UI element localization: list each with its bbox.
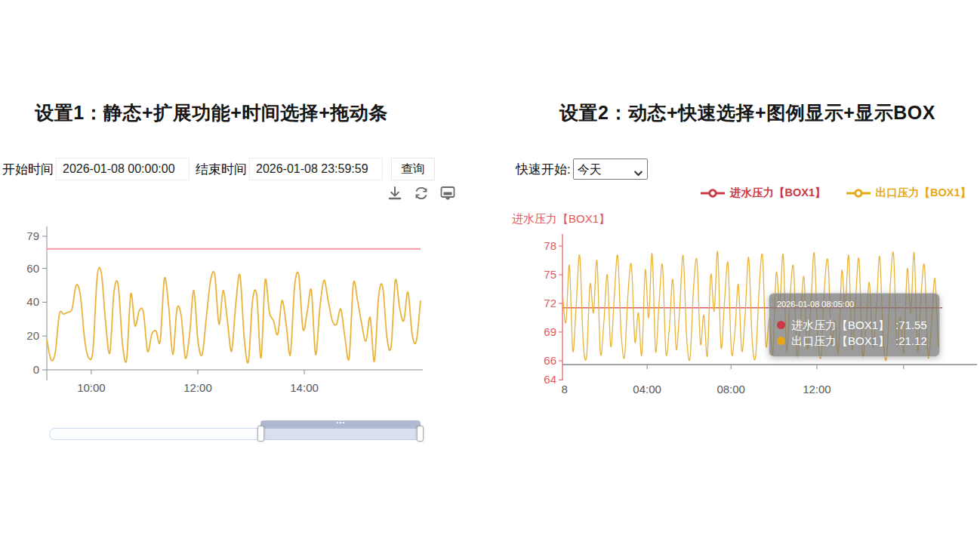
tooltip-series-label: 进水压力【BOX1】 [791,317,889,333]
y-axis-label: 64 [544,373,556,386]
y-axis-label: 78 [544,239,556,252]
series-dot-icon [777,321,785,329]
y-axis-label: 40 [26,295,39,308]
panel1-title: 设置1：静态+扩展功能+时间选择+拖动条 [0,100,423,125]
query-button[interactable]: 查询 [391,158,435,180]
y-axis-label: 66 [544,354,556,367]
end-time-label: 结束时间 [193,161,249,178]
y-axis-label: 0 [33,363,39,376]
download-icon[interactable] [386,184,404,202]
drag-grip-icon [337,422,338,423]
chart-toolbox [381,184,457,202]
x-axis-label: 04:00 [633,383,661,396]
panel2-controls: 快速开始: 今天 [513,157,648,181]
y-axis-label: 69 [544,325,556,338]
tooltip-row: 进水压力【BOX1】:71.55 [777,317,932,333]
y-axis-label: 75 [544,268,556,281]
legend-label: 进水压力【BOX1】 [730,186,826,200]
dashboard: 设置1：静态+扩展功能+时间选择+拖动条 开始时间 结束时间 查询 [0,0,980,551]
chart-tooltip: 2026-01-08 08:05:00 进水压力【BOX1】:71.55 出口压… [769,293,940,357]
panel1-controls: 开始时间 结束时间 查询 [0,157,435,181]
chart2-title: 进水压力【BOX1】 [512,212,610,226]
y-axis-label: 79 [26,229,39,242]
save-image-icon[interactable] [439,184,457,202]
datazoom-selected-range[interactable] [260,428,421,440]
y-axis-label: 72 [544,297,556,309]
quick-start-select[interactable]: 今天 [573,159,648,180]
tooltip-row: 出口压力【BOX1】:21.12 [777,333,932,349]
legend-item-inlet-pressure[interactable]: 进水压力【BOX1】 [700,186,826,200]
tooltip-series-value: :71.55 [895,317,927,333]
tooltip-series-value: :21.12 [895,333,927,349]
tooltip-series-label: 出口压力【BOX1】 [791,333,889,349]
x-axis-label: 08:00 [717,383,745,396]
datazoom-handle-right[interactable] [417,426,424,442]
datazoom-handle-left[interactable] [257,426,264,442]
x-axis-label: 10:00 [77,381,106,394]
legend-marker-icon [846,188,871,199]
x-axis-label: 12:00 [803,383,831,396]
refresh-icon[interactable] [412,184,430,202]
end-time-input[interactable] [249,158,383,180]
y-axis-label: 20 [26,329,39,342]
chart1-canvas[interactable]: 02040607910:0012:0014:00 [0,220,483,409]
legend-item-outlet-pressure[interactable]: 出口压力【BOX1】 [846,186,972,200]
tooltip-timestamp: 2026-01-08 08:05:00 [777,300,932,309]
legend-marker-icon [700,188,726,199]
x-axis-label: 8 [562,383,568,396]
start-time-input[interactable] [56,158,190,180]
quick-start-label: 快速开始: [513,161,573,178]
x-axis-label: 14:00 [290,381,319,394]
start-time-label: 开始时间 [0,161,56,178]
x-axis-label: 12:00 [183,381,212,394]
panel2-title: 设置2：动态+快速选择+图例显示+显示BOX [513,100,980,125]
y-axis-label: 60 [26,262,39,275]
legend-label: 出口压力【BOX1】 [876,186,972,200]
series-line [47,267,421,362]
chart-legend: 进水压力【BOX1】 出口压力【BOX1】 [483,186,975,200]
series-dot-icon [777,337,785,345]
